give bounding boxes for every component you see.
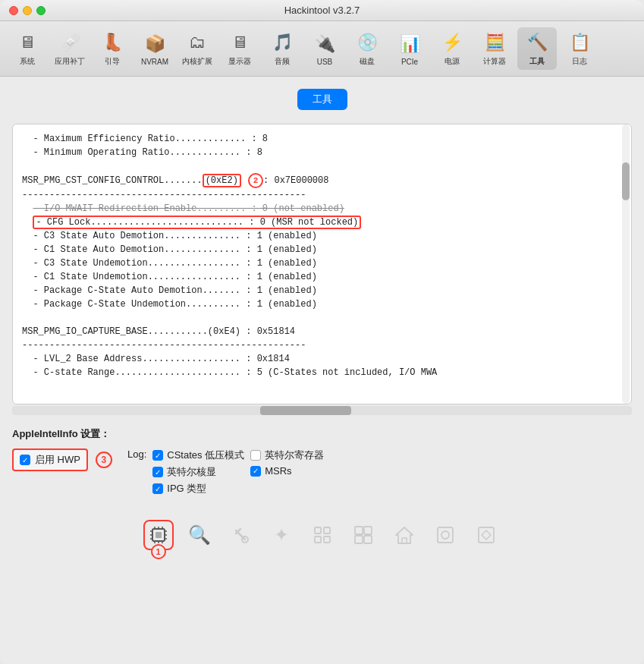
ipg-label: IPG 类型 <box>167 482 206 496</box>
log-item-regs[interactable]: 英特尔寄存器 <box>250 448 324 462</box>
main-toolbar: 🖥 系统 🩹 应用补丁 👢 引导 📦 NVRAM 🗂 内核扩展 🖥 显示器 🎵 … <box>0 21 644 77</box>
toolbar-item-nvram[interactable]: 📦 NVRAM <box>135 29 174 69</box>
annotation-2: 2 <box>248 173 263 188</box>
nvram-icon: 📦 <box>143 32 167 56</box>
bottom-icon-cpu[interactable]: 1 <box>143 520 174 550</box>
gpu-label: 英特尔核显 <box>167 465 216 479</box>
calc-icon: 🧮 <box>482 30 507 55</box>
bottom-icon-home[interactable] <box>389 520 419 550</box>
output-area[interactable]: - Maximum Efficiency Ratio............. … <box>12 124 632 404</box>
toolbar-item-disk[interactable]: 💿 磁盘 <box>347 27 387 70</box>
toolbar-item-patch[interactable]: 🩹 应用补丁 <box>50 27 90 70</box>
toolbar-item-usb[interactable]: 🔌 USB <box>305 29 344 69</box>
svg-rect-22 <box>364 527 372 534</box>
toolbar-item-pcie[interactable]: 📊 PCIe <box>390 29 429 69</box>
minimize-button[interactable] <box>23 6 32 15</box>
bottom-icon-box1[interactable] <box>430 520 460 550</box>
bottom-icon-grid1[interactable] <box>307 520 338 550</box>
msrs-checkbox[interactable]: ✓ <box>250 466 261 477</box>
log-col-right: 英特尔寄存器 ✓ MSRs <box>250 448 324 477</box>
usb-label: USB <box>317 58 333 66</box>
log-item-gpu[interactable]: ✓ 英特尔核显 <box>152 465 244 479</box>
scrollbar-track <box>622 124 630 404</box>
hwp-checkbox[interactable]: ✓ <box>20 455 30 465</box>
tab-tools[interactable]: 工具 <box>297 89 347 110</box>
close-button[interactable] <box>9 6 18 15</box>
bottom-icon-bluetooth[interactable]: ✦ <box>266 520 297 550</box>
log-item-ipg[interactable]: ✓ IPG 类型 <box>152 482 244 496</box>
pcie-icon: 📊 <box>397 32 422 56</box>
annotation-3: 3 <box>96 452 112 468</box>
tools-label: 工具 <box>529 56 545 67</box>
regs-checkbox[interactable] <box>250 450 261 461</box>
pcie-label: PCIe <box>401 58 418 66</box>
svg-rect-26 <box>402 538 407 543</box>
oxe2-highlight: (0xE2) <box>203 174 241 187</box>
toolbar-item-audio[interactable]: 🎵 音频 <box>262 27 302 70</box>
log-label: 日志 <box>572 56 587 67</box>
toolbar-item-power[interactable]: ⚡ 电源 <box>432 27 472 70</box>
bottom-icon-search[interactable]: 🔍 <box>184 520 215 550</box>
log-item-cstates[interactable]: ✓ CStates 低压模式 <box>152 448 244 462</box>
svg-rect-24 <box>364 536 372 543</box>
log-item-msrs[interactable]: ✓ MSRs <box>250 465 324 477</box>
grid2-svg-icon <box>353 524 374 546</box>
traffic-lights <box>9 6 46 15</box>
power-label: 电源 <box>445 56 460 67</box>
toolbar-item-system[interactable]: 🖥 系统 <box>8 27 47 70</box>
bottom-icon-grid2[interactable] <box>348 520 379 550</box>
ipg-checkbox[interactable]: ✓ <box>152 483 163 494</box>
box2-svg-icon <box>476 524 497 546</box>
h-scrollbar-thumb[interactable] <box>260 406 351 415</box>
h-scrollbar[interactable] <box>12 406 632 415</box>
display-icon: 🖥 <box>228 30 252 55</box>
tab-bar: 工具 <box>12 86 632 116</box>
svg-marker-25 <box>396 527 413 543</box>
svg-rect-20 <box>324 537 330 543</box>
hwp-checkbox-group[interactable]: ✓ 启用 HWP <box>12 448 88 471</box>
log-icon: 📋 <box>567 30 592 55</box>
toolbar-item-kext[interactable]: 🗂 内核扩展 <box>177 27 217 70</box>
svg-rect-1 <box>156 532 162 538</box>
disk-icon: 💿 <box>355 30 379 55</box>
toolbar-item-tools[interactable]: 🔨 工具 <box>517 27 557 70</box>
svg-rect-18 <box>324 527 330 533</box>
patch-icon: 🩹 <box>58 30 82 55</box>
tools2-svg-icon <box>230 524 251 546</box>
system-icon: 🖥 <box>15 30 39 55</box>
log-row-outer: Log: ✓ CStates 低压模式 ✓ 英特尔核显 ✓ IPG 类型 <box>127 448 324 496</box>
cstates-checkbox[interactable]: ✓ <box>152 450 163 461</box>
toolbar-item-calc[interactable]: 🧮 计算器 <box>475 27 514 70</box>
maximize-button[interactable] <box>36 6 46 15</box>
cstates-label: CStates 低压模式 <box>167 448 244 462</box>
titlebar: Hackintool v3.2.7 <box>0 0 644 21</box>
settings-title: AppleIntelInfo 设置： <box>12 427 632 441</box>
toolbar-item-boot[interactable]: 👢 引导 <box>93 27 132 70</box>
main-content: 工具 - Maximum Efficiency Ratio...........… <box>0 77 644 664</box>
kext-label: 内核扩展 <box>182 56 212 67</box>
gpu-checkbox[interactable]: ✓ <box>152 467 163 477</box>
home-svg-icon <box>394 524 415 546</box>
msrs-label: MSRs <box>265 465 291 477</box>
bottom-icon-tools2[interactable] <box>225 520 256 550</box>
tools-icon: 🔨 <box>525 30 549 55</box>
output-text: - Maximum Efficiency Ratio............. … <box>22 132 622 379</box>
toolbar-item-display[interactable]: 🖥 显示器 <box>220 27 259 70</box>
box1-svg-icon <box>435 524 456 546</box>
log-title: Log: <box>127 448 146 460</box>
usb-icon: 🔌 <box>313 32 337 56</box>
calc-label: 计算器 <box>483 56 506 67</box>
toolbar-item-log[interactable]: 📋 日志 <box>560 27 599 70</box>
svg-rect-27 <box>438 527 453 543</box>
io-mwait-line: - I/O MWAIT Redirection Enable......... … <box>33 203 344 214</box>
grid1-svg-icon <box>312 524 333 546</box>
bottom-icon-box2[interactable] <box>471 520 501 550</box>
kext-icon: 🗂 <box>185 30 209 55</box>
boot-icon: 👢 <box>100 30 124 55</box>
cfg-lock-highlight: - CFG Lock............................ :… <box>33 216 361 229</box>
bottom-icon-bar: 1 🔍 ✦ <box>12 508 632 568</box>
svg-rect-21 <box>355 527 363 534</box>
settings-row: ✓ 启用 HWP 3 Log: ✓ CStates 低压模式 ✓ <box>12 448 632 496</box>
scrollbar-thumb[interactable] <box>622 162 630 200</box>
svg-point-28 <box>441 531 449 539</box>
